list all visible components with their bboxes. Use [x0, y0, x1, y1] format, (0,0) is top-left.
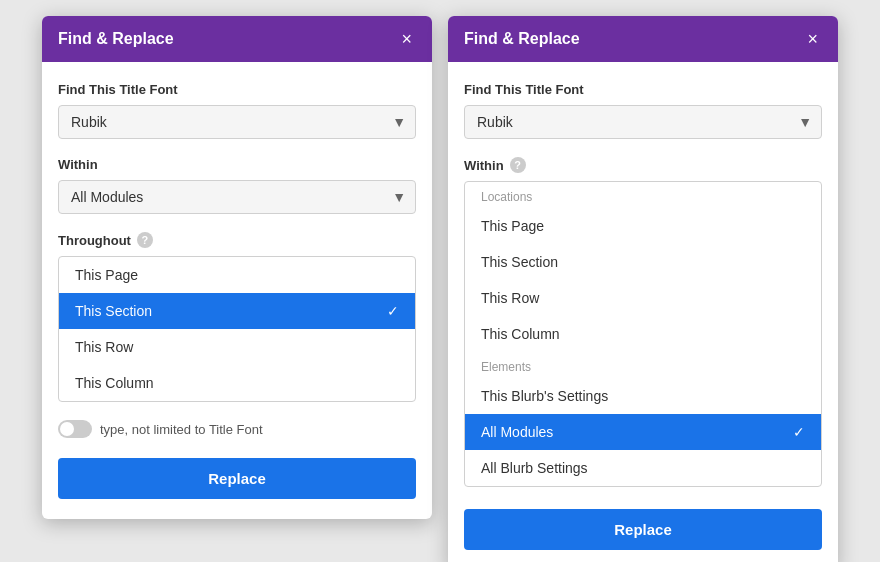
throughout-dropdown-left: This Page This Section ✓ This Row This C… — [58, 256, 416, 402]
location-this-section-right[interactable]: This Section — [465, 244, 821, 280]
within-select-wrapper-left: All Modules ▼ — [58, 180, 416, 214]
find-font-label-right: Find This Title Font — [464, 82, 822, 97]
dialog-body-left: Find This Title Font Rubik ▼ Within All … — [42, 62, 432, 519]
find-font-select-left[interactable]: Rubik — [58, 105, 416, 139]
within-field-left: Within All Modules ▼ — [58, 157, 416, 214]
toggle-left[interactable] — [58, 420, 92, 438]
location-this-page-right[interactable]: This Page — [465, 208, 821, 244]
elements-group-label-right: Elements — [465, 352, 821, 378]
element-all-blurb-right[interactable]: All Blurb Settings — [465, 450, 821, 486]
checkbox-label-left: type, not limited to Title Font — [100, 422, 263, 437]
throughout-label-left: Throughout — [58, 233, 131, 248]
close-button-right[interactable]: × — [803, 28, 822, 50]
throughout-field-left: Throughout ? This Page This Section ✓ Th… — [58, 232, 416, 402]
find-font-label-left: Find This Title Font — [58, 82, 416, 97]
replace-button-right[interactable]: Replace — [464, 509, 822, 550]
location-this-row-left[interactable]: This Row — [59, 329, 415, 365]
within-label-row-right: Within ? — [464, 157, 822, 173]
find-font-field-right: Find This Title Font Rubik ▼ — [464, 82, 822, 139]
checkbox-row-left: type, not limited to Title Font — [58, 420, 416, 438]
dialog-title-right: Find & Replace — [464, 30, 580, 48]
locations-group-label-right: Locations — [465, 182, 821, 208]
location-this-row-right[interactable]: This Row — [465, 280, 821, 316]
within-dropdown-right: Locations This Page This Section This Ro… — [464, 181, 822, 487]
within-help-icon-right[interactable]: ? — [510, 157, 526, 173]
element-all-modules-right[interactable]: All Modules ✓ — [465, 414, 821, 450]
dialog-header-left: Find & Replace × — [42, 16, 432, 62]
location-this-column-left[interactable]: This Column — [59, 365, 415, 401]
check-icon-all-modules-right: ✓ — [793, 424, 805, 440]
find-font-select-wrapper-left: Rubik ▼ — [58, 105, 416, 139]
throughout-help-icon-left[interactable]: ? — [137, 232, 153, 248]
location-this-section-left[interactable]: This Section ✓ — [59, 293, 415, 329]
dialog-header-right: Find & Replace × — [448, 16, 838, 62]
throughout-label-row-left: Throughout ? — [58, 232, 416, 248]
location-this-page-left[interactable]: This Page — [59, 257, 415, 293]
within-field-right: Within ? Locations This Page This Sectio… — [464, 157, 822, 487]
check-icon-section-left: ✓ — [387, 303, 399, 319]
dialog-title-left: Find & Replace — [58, 30, 174, 48]
within-select-left[interactable]: All Modules — [58, 180, 416, 214]
within-label-left: Within — [58, 157, 416, 172]
toggle-slider-left — [58, 420, 92, 438]
replace-button-left[interactable]: Replace — [58, 458, 416, 499]
find-font-field-left: Find This Title Font Rubik ▼ — [58, 82, 416, 139]
location-this-column-right[interactable]: This Column — [465, 316, 821, 352]
find-replace-dialog-left: Find & Replace × Find This Title Font Ru… — [42, 16, 432, 519]
dialog-body-right: Find This Title Font Rubik ▼ Within ? Lo… — [448, 62, 838, 562]
element-this-blurb-right[interactable]: This Blurb's Settings — [465, 378, 821, 414]
close-button-left[interactable]: × — [397, 28, 416, 50]
find-font-select-right[interactable]: Rubik — [464, 105, 822, 139]
find-replace-dialog-right: Find & Replace × Find This Title Font Ru… — [448, 16, 838, 562]
find-font-select-wrapper-right: Rubik ▼ — [464, 105, 822, 139]
within-label-right: Within — [464, 158, 504, 173]
